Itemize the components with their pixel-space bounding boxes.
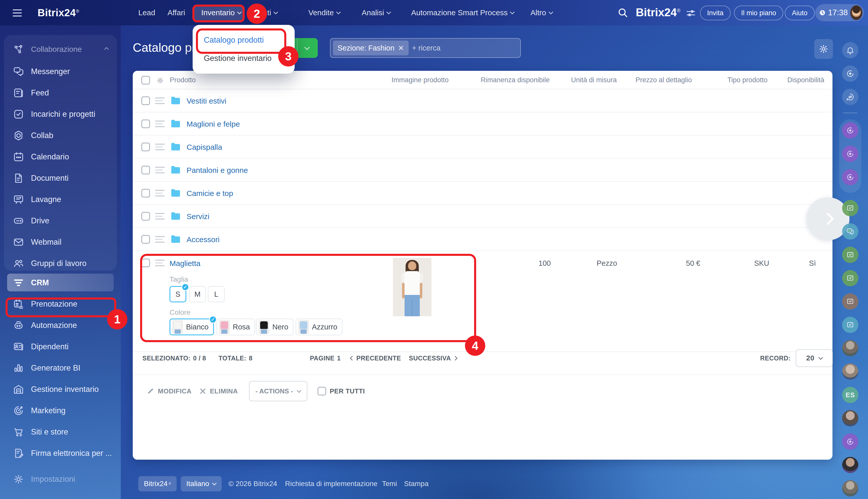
- sidebar-item-documenti[interactable]: Documenti: [4, 168, 117, 189]
- nav-lead[interactable]: Lead: [138, 0, 155, 25]
- sidebar-item-incarichi[interactable]: Incarichi e progetti: [4, 104, 117, 125]
- column-header-tipo[interactable]: Tipo prodotto: [728, 71, 768, 89]
- nav-vendite[interactable]: Vendite: [308, 0, 340, 25]
- sidebar-item-automazione[interactable]: Automazione: [4, 315, 117, 336]
- actions-select[interactable]: - ACTIONS -: [249, 381, 307, 401]
- search-icon[interactable]: [617, 7, 628, 18]
- invite-button[interactable]: Invita: [700, 5, 731, 20]
- footer-implementation-link[interactable]: Richiesta di implementazione: [285, 480, 377, 488]
- column-header-rimanenza[interactable]: Rimanenza disponibile: [481, 71, 550, 89]
- user-avatar[interactable]: [842, 364, 858, 380]
- collapse-chevron-icon[interactable]: [104, 47, 109, 51]
- color-chip-azzurro[interactable]: Azzurro: [296, 318, 342, 335]
- filter-search-bar[interactable]: Sezione: Fashion ✕: [330, 38, 521, 58]
- my-plan-button[interactable]: Il mio piano: [734, 5, 783, 20]
- drag-handle[interactable]: [155, 121, 165, 127]
- user-avatar[interactable]: [842, 340, 858, 356]
- sidebar-item-gruppi[interactable]: Gruppi di lavoro: [4, 253, 117, 274]
- search-input[interactable]: [412, 44, 508, 52]
- edit-button[interactable]: MODIFICA: [147, 381, 192, 401]
- task-notification-button[interactable]: [842, 293, 858, 310]
- sidebar-item-messenger[interactable]: Messenger: [4, 61, 117, 82]
- task-notification-button[interactable]: [842, 200, 858, 216]
- footer-print-link[interactable]: Stampa: [404, 480, 429, 488]
- folder-link[interactable]: Accessori: [186, 235, 220, 244]
- folder-link[interactable]: Pantaloni e gonne: [186, 166, 248, 175]
- sidebar-item-lavagne[interactable]: Lavagne: [4, 189, 117, 210]
- drag-handle[interactable]: [155, 236, 165, 243]
- column-header-unita[interactable]: Unità di misura: [571, 71, 617, 89]
- size-chip-m[interactable]: M: [189, 286, 206, 302]
- row-checkbox[interactable]: [142, 259, 150, 267]
- nav-analisi[interactable]: Analisi: [362, 0, 390, 25]
- remove-filter-icon[interactable]: ✕: [398, 44, 404, 52]
- footer-themes-link[interactable]: Temi: [382, 480, 397, 488]
- sidebar-item-dipendenti[interactable]: Dipendenti: [4, 336, 117, 357]
- column-header-prezzo[interactable]: Prezzo al dettaglio: [636, 71, 692, 89]
- size-chip-l[interactable]: L: [208, 286, 224, 302]
- chat-transfer-button[interactable]: [842, 89, 858, 105]
- product-image[interactable]: [393, 258, 431, 316]
- drag-handle[interactable]: [155, 260, 165, 266]
- sidebar-item-gestione-inventario[interactable]: Gestione inventario: [4, 379, 117, 400]
- task-notification-button[interactable]: [842, 317, 858, 333]
- copilot-button[interactable]: [842, 65, 858, 82]
- search-icon[interactable]: [511, 44, 512, 52]
- sidebar-item-siti-store[interactable]: Siti e store: [4, 421, 117, 443]
- help-button[interactable]: Aiuto: [785, 5, 815, 20]
- task-notification-button[interactable]: [842, 270, 858, 286]
- user-avatar[interactable]: [842, 410, 858, 426]
- user-avatar[interactable]: [842, 480, 858, 497]
- clear-search-icon[interactable]: [515, 45, 516, 51]
- notifications-bell-button[interactable]: [842, 42, 858, 58]
- copilot-session-button[interactable]: [842, 169, 858, 185]
- user-avatar[interactable]: [850, 5, 863, 20]
- row-checkbox[interactable]: [142, 166, 150, 174]
- folder-link[interactable]: Servizi: [186, 212, 209, 221]
- row-checkbox[interactable]: [142, 189, 150, 197]
- for-all-checkbox[interactable]: [318, 387, 326, 395]
- column-header-prodotto[interactable]: Prodotto: [170, 71, 196, 89]
- sidebar-item-webmail[interactable]: Webmail: [4, 231, 117, 253]
- grid-settings-button[interactable]: [814, 39, 833, 59]
- nav-affari[interactable]: Affari: [168, 0, 185, 25]
- sidebar-item-collab[interactable]: Collab: [4, 125, 117, 146]
- sidebar-item-feed[interactable]: Feed: [4, 82, 117, 104]
- footer-brand-pill[interactable]: Bitrix24®: [138, 476, 176, 491]
- chat-notification-button[interactable]: [842, 223, 858, 240]
- next-page-button[interactable]: SUCCESSIVA: [409, 349, 457, 367]
- size-chip-s[interactable]: S ✓: [170, 286, 186, 302]
- previous-page-button[interactable]: PRECEDENTE: [351, 349, 401, 367]
- sidebar-item-prenotazione[interactable]: Prenotazione: [4, 293, 117, 315]
- nav-altro[interactable]: Altro: [530, 0, 552, 25]
- color-chip-bianco[interactable]: Bianco ✓: [170, 318, 214, 335]
- sliders-icon[interactable]: [686, 8, 696, 18]
- copilot-session-button[interactable]: [842, 122, 858, 138]
- records-select[interactable]: 20: [796, 349, 833, 367]
- row-checkbox[interactable]: [142, 120, 150, 128]
- column-header-disponibilita[interactable]: Disponibilità: [787, 71, 824, 89]
- copilot-session-button[interactable]: [842, 146, 858, 162]
- drag-handle[interactable]: [155, 190, 165, 196]
- menu-item-gestione-inventario[interactable]: Gestione inventario: [204, 51, 271, 66]
- product-link[interactable]: Maglietta: [170, 259, 200, 268]
- column-header-immagine[interactable]: Immagine prodotto: [391, 71, 449, 89]
- bitrix24-logo[interactable]: Bitrix24®: [38, 7, 80, 19]
- folder-link[interactable]: Capispalla: [186, 143, 222, 151]
- folder-link[interactable]: Maglioni e felpe: [186, 120, 240, 129]
- folder-link[interactable]: Vestiti estivi: [186, 97, 227, 105]
- sidebar-item-firma-elettronica[interactable]: Firma elettronica per ...: [4, 443, 117, 464]
- footer-language-select[interactable]: Italiano: [181, 476, 222, 491]
- sidebar-item-generatore-bi[interactable]: Generatore BI: [4, 357, 117, 379]
- drag-handle[interactable]: [155, 144, 165, 150]
- user-avatar[interactable]: [842, 457, 858, 473]
- row-checkbox[interactable]: [142, 143, 150, 151]
- sidebar-item-crm[interactable]: CRM: [4, 272, 117, 293]
- sidebar-item-marketing[interactable]: Marketing: [4, 400, 117, 421]
- task-notification-button[interactable]: [842, 247, 858, 263]
- nav-automazione-smart-process[interactable]: Automazione Smart Process: [411, 0, 514, 25]
- nav-inventario[interactable]: Inventario: [201, 0, 241, 25]
- user-avatar-initials[interactable]: ES: [842, 387, 858, 403]
- row-checkbox[interactable]: [142, 235, 150, 244]
- color-chip-nero[interactable]: Nero: [256, 318, 293, 335]
